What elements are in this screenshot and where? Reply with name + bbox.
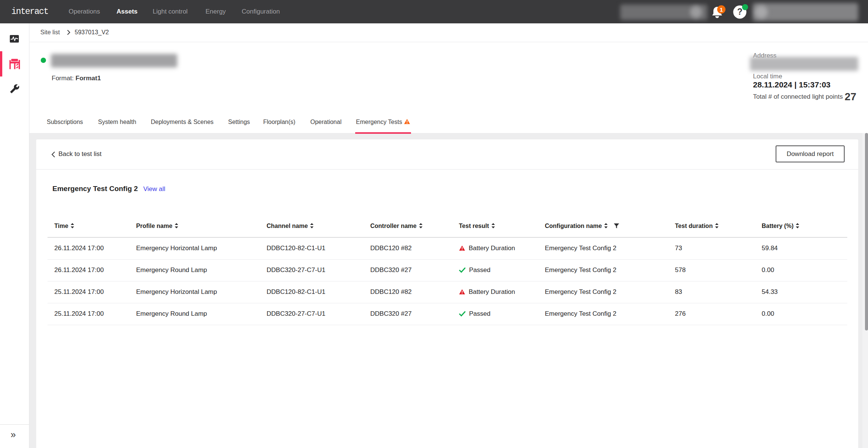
svg-text:?: ?: [737, 7, 742, 17]
svg-text:1: 1: [720, 6, 723, 13]
